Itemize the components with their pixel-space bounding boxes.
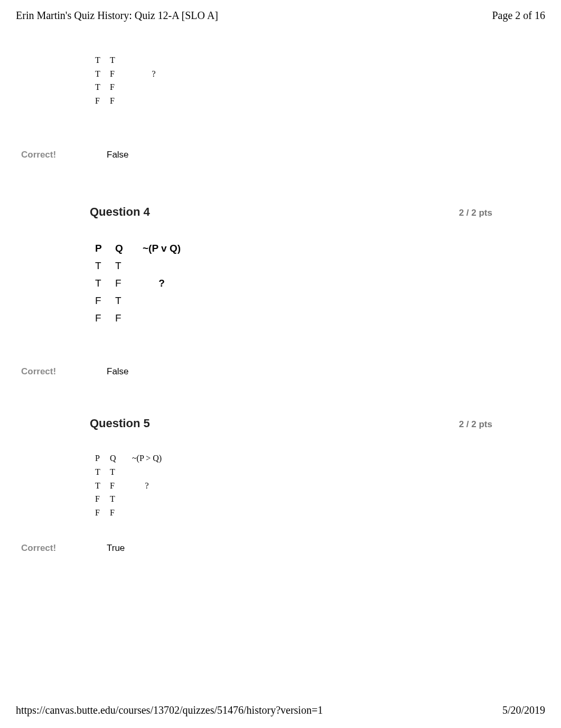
q3-correct-row: Correct! False (90, 150, 492, 160)
footer-date: 5/20/2019 (502, 704, 545, 716)
cell-q: F (115, 278, 135, 289)
cell-p: T (95, 465, 110, 479)
cell-q: F (115, 312, 135, 324)
footer-url: https://canvas.butte.edu/courses/13702/q… (16, 704, 323, 716)
header-page: Page 2 of 16 (492, 10, 545, 22)
cell-p: F (95, 94, 110, 108)
cell-val (135, 312, 188, 324)
q3-answer: False (107, 150, 129, 160)
table-row: F F (95, 312, 492, 324)
col-q: Q (110, 451, 125, 465)
question-5-points: 2 / 2 pts (459, 419, 492, 430)
table-row: F T (95, 492, 492, 506)
col-expr: ~(P v Q) (135, 243, 188, 254)
q5-answer: True (107, 543, 125, 554)
cell-val (135, 295, 188, 307)
cell-p: T (95, 479, 110, 493)
cell-q: F (110, 80, 125, 94)
question-4-title: Question 4 (90, 205, 150, 219)
cell-q: T (110, 53, 125, 67)
page-header: Erin Martin's Quiz History: Quiz 12-A [S… (0, 0, 561, 22)
q5-truth-table: P Q ~(P > Q) T T T F ? F T F F (95, 451, 492, 519)
cell-p: F (95, 492, 110, 506)
cell-p: T (95, 260, 115, 272)
table-row: T F ? (95, 278, 492, 289)
cell-q: T (110, 492, 125, 506)
cell-p: F (95, 506, 110, 520)
cell-val: ? (125, 479, 169, 493)
cell-q: T (110, 465, 125, 479)
cell-p: T (95, 53, 110, 67)
q3-truth-table: T T T F ? T F F F (95, 53, 492, 107)
cell-p: T (95, 278, 115, 289)
table-row: T F ? (95, 67, 492, 81)
question-4-block: Question 4 2 / 2 pts P Q ~(P v Q) T T T … (90, 205, 492, 324)
cell-q: F (110, 506, 125, 520)
cell-val (125, 465, 169, 479)
q4-truth-table: P Q ~(P v Q) T T T F ? F T F F (95, 243, 492, 324)
col-expr: ~(P > Q) (125, 451, 169, 465)
table-header: P Q ~(P > Q) (95, 451, 492, 465)
cell-q: T (115, 260, 135, 272)
cell-q: F (110, 67, 125, 81)
cell-p: F (95, 312, 115, 324)
q4-correct-row: Correct! False (90, 366, 492, 377)
table-row: F F (95, 506, 492, 520)
table-row: F F (95, 94, 492, 108)
cell-p: T (95, 80, 110, 94)
col-p: P (95, 243, 115, 254)
correct-badge: Correct! (21, 150, 100, 160)
cell-val (125, 492, 169, 506)
cell-p: T (95, 67, 110, 81)
cell-val: ? (125, 67, 183, 81)
page-footer: https://canvas.butte.edu/courses/13702/q… (0, 704, 561, 716)
cell-val (125, 94, 183, 108)
table-row: T T (95, 465, 492, 479)
cell-q: F (110, 479, 125, 493)
question-4-points: 2 / 2 pts (459, 208, 492, 218)
question-5-title: Question 5 (90, 417, 150, 430)
cell-val (125, 80, 183, 94)
correct-badge: Correct! (21, 543, 100, 554)
col-q: Q (115, 243, 135, 254)
cell-q: T (115, 295, 135, 307)
col-p: P (95, 451, 110, 465)
main-content: T T T F ? T F F F Correct! False Questio… (0, 53, 561, 554)
question-4-header: Question 4 2 / 2 pts (90, 205, 492, 219)
cell-q: F (110, 94, 125, 108)
cell-p: F (95, 295, 115, 307)
table-row: F T (95, 295, 492, 307)
cell-val (135, 260, 188, 272)
header-title: Erin Martin's Quiz History: Quiz 12-A [S… (16, 10, 218, 22)
table-row: T F ? (95, 479, 492, 493)
correct-badge: Correct! (21, 366, 100, 377)
table-row: T F (95, 80, 492, 94)
cell-val (125, 506, 169, 520)
table-row: T T (95, 53, 492, 67)
q5-correct-row: Correct! True (90, 543, 492, 554)
q4-answer: False (107, 366, 129, 377)
question-5-header: Question 5 2 / 2 pts (90, 417, 492, 430)
table-row: T T (95, 260, 492, 272)
cell-val (125, 53, 183, 67)
cell-val: ? (135, 278, 188, 289)
question-5-block: Question 5 2 / 2 pts P Q ~(P > Q) T T T … (90, 417, 492, 519)
table-header: P Q ~(P v Q) (95, 243, 492, 254)
